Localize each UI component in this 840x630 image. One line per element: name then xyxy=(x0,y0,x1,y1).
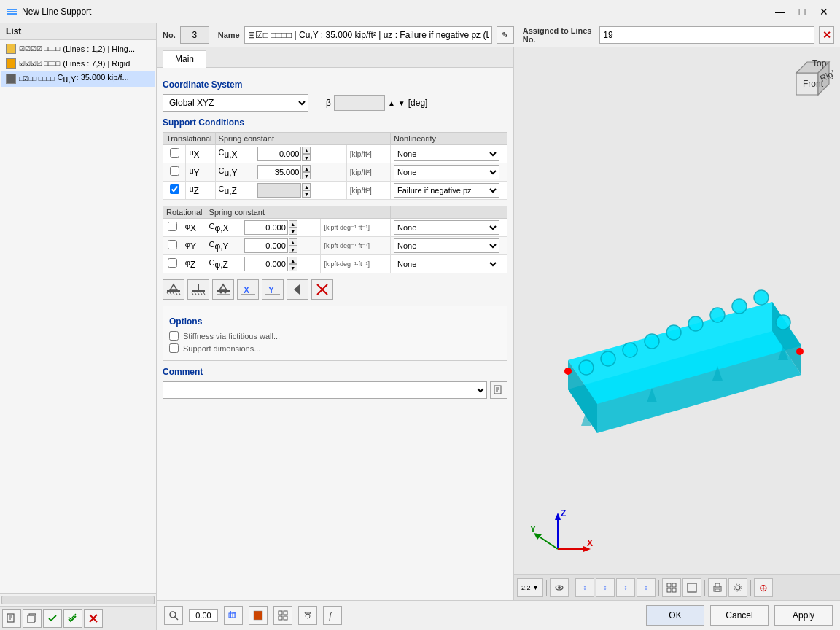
accept2-button[interactable] xyxy=(63,609,82,628)
uy-check-cell[interactable] xyxy=(163,163,186,182)
phiy-spin-up[interactable]: ▲ xyxy=(289,238,298,246)
phiz-check-cell[interactable] xyxy=(163,255,182,273)
phiz-spring-input[interactable] xyxy=(244,257,288,271)
minimize-button[interactable]: ― xyxy=(770,3,790,20)
phix-spring-input[interactable] xyxy=(244,220,288,235)
support-fixed-button[interactable] xyxy=(187,279,209,300)
uy-checkbox[interactable] xyxy=(170,166,179,176)
spin-up[interactable]: ▲ xyxy=(388,99,395,107)
support-x-button[interactable]: X xyxy=(237,279,259,300)
apply-button[interactable]: Apply xyxy=(774,605,833,626)
phix-checkbox[interactable] xyxy=(168,222,177,231)
phix-nonlin-select[interactable]: None xyxy=(394,220,499,235)
uz-checkbox[interactable] xyxy=(170,184,179,194)
cancel-button[interactable]: Cancel xyxy=(710,605,769,626)
maximize-button[interactable]: □ xyxy=(792,3,812,20)
ux-checkbox[interactable] xyxy=(170,148,179,158)
ok-button[interactable]: OK xyxy=(646,605,704,626)
view-print-button[interactable] xyxy=(708,578,727,597)
beta-input[interactable] xyxy=(334,95,385,111)
coord-system-select[interactable]: Global XYZ Local UVW xyxy=(163,94,308,112)
view-eye-button[interactable] xyxy=(550,578,569,597)
calc-button[interactable]: ƒ xyxy=(323,606,342,625)
copy-item-button[interactable] xyxy=(23,609,42,628)
color-button[interactable] xyxy=(249,606,268,625)
uy-spring-input[interactable] xyxy=(257,165,301,179)
no-input[interactable] xyxy=(180,26,209,44)
assigned-input[interactable] xyxy=(599,26,814,44)
phiy-check-cell[interactable] xyxy=(163,237,182,255)
support-y-button[interactable]: Y xyxy=(262,279,284,300)
phiy-nonlin-select[interactable]: None xyxy=(394,238,499,253)
view-iy-button[interactable]: ↕ xyxy=(596,578,615,597)
dimensions-checkbox[interactable] xyxy=(169,343,179,353)
new-item-button[interactable] xyxy=(2,609,21,628)
phiz-spinner: ▲ ▼ xyxy=(244,257,318,271)
view-scale-button[interactable]: 2.2 ▼ xyxy=(517,578,543,597)
spin-down[interactable]: ▼ xyxy=(398,99,405,107)
close-button[interactable]: ✕ xyxy=(814,3,834,20)
list-item[interactable]: □☑□□ □□□□ Cu,Y: 35.000 kip/f... xyxy=(1,71,155,87)
delete-item-button[interactable] xyxy=(84,609,103,628)
ux-check-cell[interactable] xyxy=(163,145,186,163)
uz-spin-up[interactable]: ▲ xyxy=(302,183,311,190)
ux-spring-input[interactable] xyxy=(257,147,301,161)
assigned-clear-button[interactable]: ✕ xyxy=(819,26,834,44)
grid-button[interactable] xyxy=(273,606,292,625)
svg-point-56 xyxy=(688,316,703,331)
view-box-button[interactable] xyxy=(682,578,701,597)
view-iz-button[interactable]: ↕ xyxy=(575,578,594,597)
phiz-spin-down[interactable]: ▼ xyxy=(289,264,298,271)
list-item[interactable]: ☑☑☑☑ □□□□ (Lines : 7,9) | Rigid xyxy=(1,56,155,71)
comment-row xyxy=(163,381,508,399)
uz-spin-down[interactable]: ▼ xyxy=(302,190,311,198)
support-back-button[interactable] xyxy=(287,279,308,300)
phiz-nonlin-select[interactable]: None xyxy=(394,257,499,271)
view-search-button[interactable]: ⊕ xyxy=(754,578,773,597)
ux-nonlin-cell: None Failure if negative pz xyxy=(391,145,508,163)
uz-spring-input[interactable] xyxy=(257,183,301,198)
phiz-spin-up[interactable]: ▲ xyxy=(289,257,298,264)
title-bar: New Line Support ― □ ✕ xyxy=(0,0,840,23)
list-item[interactable]: ☑☑☑☑ □□□□ (Lines : 1,2) | Hing... xyxy=(1,42,155,56)
camera-button[interactable] xyxy=(298,606,317,625)
uy-nonlin-select[interactable]: None Failure if negative pz xyxy=(394,165,499,179)
phix-spin-down[interactable]: ▼ xyxy=(289,228,298,235)
view-grid-button[interactable] xyxy=(662,578,681,597)
stiffness-checkbox[interactable] xyxy=(169,331,179,341)
comment-edit-button[interactable] xyxy=(490,381,508,399)
ux-nonlin-select[interactable]: None Failure if negative pz xyxy=(394,147,499,161)
phix-spin-up[interactable]: ▲ xyxy=(289,220,298,228)
uy-spin-up[interactable]: ▲ xyxy=(302,165,311,172)
tab-main[interactable]: Main xyxy=(163,50,206,68)
view-panel: Front Top Right xyxy=(514,47,840,600)
comment-title: Comment xyxy=(163,367,508,377)
phix-check-cell[interactable] xyxy=(163,219,182,237)
phiy-checkbox[interactable] xyxy=(168,240,177,249)
uz-nonlin-select[interactable]: None Failure if negative pz xyxy=(394,183,499,198)
ux-spin-up[interactable]: ▲ xyxy=(302,147,311,154)
accept-button[interactable] xyxy=(43,609,62,628)
search-button[interactable] xyxy=(164,606,183,625)
ux-spin-down[interactable]: ▼ xyxy=(302,154,311,161)
phiy-spring-input[interactable] xyxy=(244,238,288,253)
name-edit-button[interactable]: ✎ xyxy=(497,26,514,44)
phiy-spin-buttons: ▲ ▼ xyxy=(289,238,298,253)
comment-input[interactable] xyxy=(163,381,487,399)
phiy-spin-down[interactable]: ▼ xyxy=(289,246,298,253)
units-button[interactable]: in xyxy=(224,606,243,625)
uz-check-cell[interactable] xyxy=(163,182,186,200)
view-settings-button[interactable] xyxy=(728,578,747,597)
list-item-color-3 xyxy=(6,74,16,84)
uy-spin-down[interactable]: ▼ xyxy=(302,172,311,179)
support-roller-button[interactable] xyxy=(212,279,234,300)
view-iz2-button[interactable]: ↕ xyxy=(637,578,656,597)
support-hinged-button[interactable] xyxy=(163,279,184,300)
phiy-spinner: ▲ ▼ xyxy=(244,238,318,253)
phiz-checkbox[interactable] xyxy=(168,258,177,268)
svg-line-23 xyxy=(201,292,202,295)
name-input[interactable] xyxy=(244,26,492,44)
view-ix-button[interactable]: ↕ xyxy=(616,578,635,597)
nonlinearity-header-r xyxy=(391,206,508,219)
support-delete-button[interactable] xyxy=(311,279,333,300)
